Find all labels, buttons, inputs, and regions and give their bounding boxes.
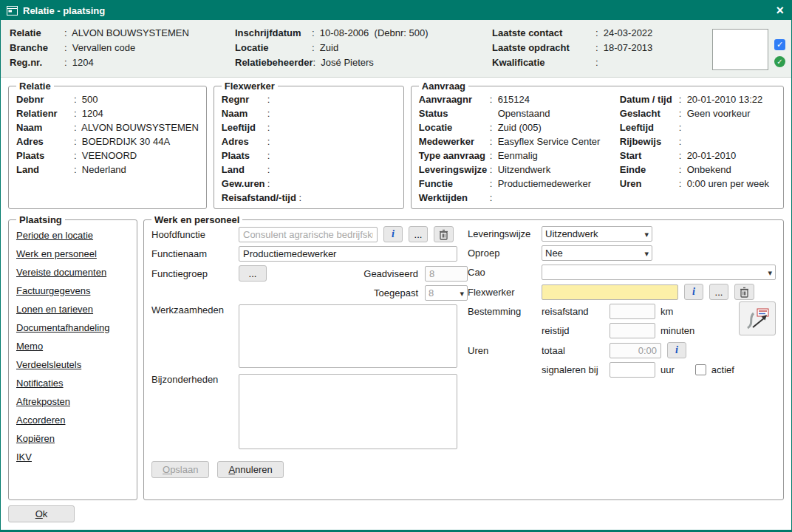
header-column-laatste: Laatste contact : 24-03-2022 Laatste opd… [492,26,709,72]
field-label: Adres [16,134,74,149]
flexwerker-row: Flexwerker i ... [468,284,776,300]
route-planner-button[interactable] [739,301,776,335]
plaatsing-nav-link[interactable]: Factuurgegevens [16,282,129,300]
cao-select[interactable] [542,265,776,280]
plaatsing-nav-link[interactable]: Memo [16,337,129,355]
plaatsing-nav-link[interactable]: Periode en locatie [16,226,129,245]
field-label: Plaats [222,149,267,163]
field-label: Leeftijd [222,120,267,134]
opslaan-button[interactable]: Opslaan [151,461,209,478]
header-field: Branche : Vervallen code [10,41,235,55]
bijzonderheden-textarea[interactable] [239,374,457,449]
hoofdfunctie-input[interactable] [239,227,378,242]
toegepast-select-wrap: 8 [425,285,468,301]
plaatsing-nav-link[interactable]: Verdeelsleutels [16,355,129,374]
functiegroep-browse-button[interactable]: ... [239,265,267,282]
field-row: Regnr : [222,92,396,106]
annuleren-button[interactable]: Annuleren [217,461,283,478]
plaatsing-fieldset: Plaatsing Periode en locatie Werk en per… [8,214,137,500]
green-check-icon[interactable]: ✓ [774,56,785,67]
cao-label: Cao [468,267,542,278]
info-icon: i [392,229,395,239]
field-value: : ALVON BOUWSYSTEMEN [74,120,199,134]
field-value: : 24-03-2022 [595,26,652,41]
reisafstand-input [610,304,655,319]
info-icon: i [675,345,678,355]
flexwerker-delete-button[interactable] [734,284,754,300]
ok-button[interactable]: Ok [8,505,75,522]
field-row: Naam : ALVON BOUWSYSTEMEN [16,120,199,134]
field-label: Land [16,163,74,177]
signaleren-label: signaleren bij [542,364,610,375]
oproep-select[interactable]: Nee [542,245,652,261]
field-row: Adres : BOEDRDIJK 30 44A [16,134,199,149]
hoofdfunctie-info-button[interactable]: i [383,226,403,242]
info-icon: i [692,287,695,297]
plaatsing-nav-link[interactable]: Notificaties [16,374,129,392]
field-label: Datum / tijd [620,92,679,106]
actief-checkbox[interactable] [695,364,706,375]
geadviseerd-input [425,266,468,282]
field-value: : BOEDRDIJK 30 44A [74,134,170,149]
relatie-plaatsing-window: Relatie - plaatsing × Relatie : ALVON BO… [0,0,792,532]
field-row: Gew.uren : [222,177,396,191]
field-label: Land [222,163,267,177]
werk-right-column: Leveringswijze Uitzendwerk Oproep [468,226,776,478]
flexwerker-browse-button[interactable]: ... [709,284,728,300]
field-value: : 20-01-2010 13:22 [679,92,762,106]
header-field: Inschrijfdatum : 10-08-2006 (Debnr: 500) [235,26,492,41]
plaatsing-nav-link[interactable]: Accorderen [16,411,129,429]
hoofdfunctie-label: Hoofdfunctie [151,229,239,240]
werkzaamheden-textarea[interactable] [239,304,457,368]
plaatsing-nav-link[interactable]: Werk en personeel [16,245,129,263]
field-label: Gew.uren [222,177,267,191]
field-label: Uren [620,177,679,191]
ellipsis-icon: ... [249,268,257,279]
field-value: : Zuid (005) [490,120,542,134]
hoofdfunctie-browse-button[interactable]: ... [409,226,428,242]
plaatsing-nav-link[interactable]: Aftrekposten [16,392,129,411]
field-label: Leveringswijze [419,163,490,177]
field-value: : 20-01-2010 [679,149,736,163]
plaatsing-nav-link[interactable]: Vereiste documenten [16,263,129,282]
field-label: Status [419,106,490,120]
field-value: : 18-07-2013 [595,41,652,55]
field-value: : [595,55,598,70]
werk-columns: Hoofdfunctie i ... [151,226,776,478]
toegepast-select[interactable]: 8 [425,285,468,301]
field-value: : [267,106,270,120]
flexwerker-label: Flexwerker [468,287,542,298]
field-value: : Geen voorkeur [679,106,751,120]
field-row: Aanvraagnr : 615124 [419,92,620,106]
close-icon[interactable]: × [776,4,784,17]
field-row: Rijbewijs : [620,134,776,149]
leveringswijze-select[interactable]: Uitzendwerk [542,226,652,242]
bottom-fieldsets: Plaatsing Periode en locatie Werk en per… [8,214,784,500]
relation-summary-header: Relatie : ALVON BOUWSYSTEMEN Branche : V… [1,20,791,78]
header-column-relatie: Relatie : ALVON BOUWSYSTEMEN Branche : V… [10,26,235,72]
plaatsing-nav-link[interactable]: Kopiëren [16,429,129,448]
flexwerker-input[interactable] [542,284,678,300]
field-value: : 615124 [490,92,530,106]
flexwerker-rows: Regnr : Naam : Leeftijd : [222,92,396,205]
functienaam-label: Functienaam [151,248,239,259]
signaleren-input[interactable] [610,362,655,378]
field-value: : [267,120,270,134]
uren-info-button[interactable]: i [667,342,686,358]
cao-row: Cao [468,265,776,280]
plaatsing-nav-link[interactable]: IKV [16,448,129,466]
field-row: Functie : Productiemedewerker [419,177,620,191]
field-label: Type aanvraag [419,149,490,163]
hoofdfunctie-delete-button[interactable] [434,226,454,242]
blue-checkbox-icon[interactable]: ✓ [774,39,785,50]
field-value: : [267,92,270,106]
flexwerker-info-button[interactable]: i [684,284,703,300]
plaatsing-nav-link[interactable]: Documentafhandeling [16,318,129,337]
field-row: Datum / tijd : 20-01-2010 13:22 [620,92,776,106]
field-value: : Eenmalig [490,149,538,163]
field-label: Inschrijfdatum [235,26,312,41]
functienaam-input[interactable] [239,246,457,262]
plaatsing-nav-link[interactable]: Lonen en tarieven [16,300,129,318]
oproep-select-wrap: Nee [542,245,652,261]
field-row: Adres : [222,134,396,149]
